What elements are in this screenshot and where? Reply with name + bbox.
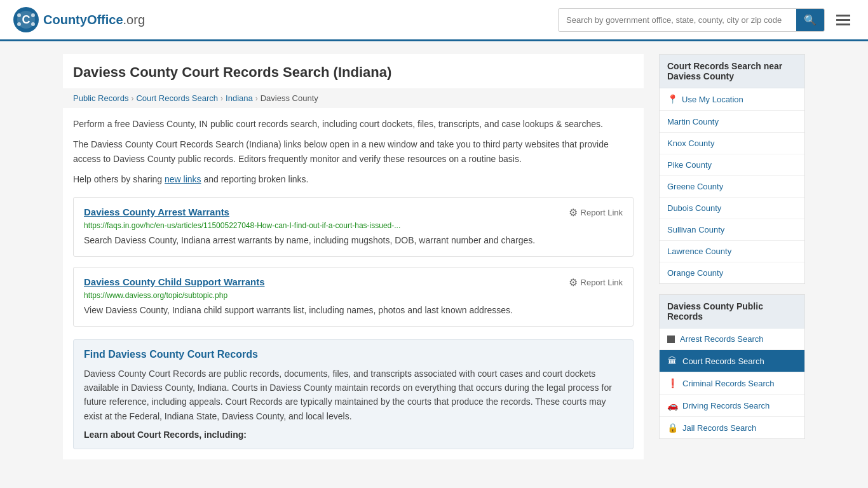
svg-point-4 xyxy=(31,13,35,17)
use-location-item[interactable]: 📍 Use My Location xyxy=(660,88,804,111)
court-records-link[interactable]: 🏛 Court Records Search xyxy=(660,350,804,372)
nearby-orange-county[interactable]: Orange County xyxy=(660,262,804,283)
search-bar: 🔍 xyxy=(558,8,825,32)
jail-records-link[interactable]: 🔒 Jail Records Search xyxy=(660,417,804,438)
intro3-prefix: Help others by sharing xyxy=(73,174,165,184)
hamburger-menu-button[interactable] xyxy=(831,12,855,28)
arrest-records-link[interactable]: Arrest Records Search xyxy=(660,329,804,349)
result-1-title[interactable]: Daviess County Arrest Warrants xyxy=(84,207,229,217)
result-card-1-header: Daviess County Arrest Warrants ⚙ Report … xyxy=(84,207,623,219)
result-card-1: Daviess County Arrest Warrants ⚙ Report … xyxy=(73,197,634,257)
svg-point-3 xyxy=(17,13,21,17)
find-section-text: Daviess County Court Records are public … xyxy=(84,367,623,424)
nearby-sullivan-county-link[interactable]: Sullivan County xyxy=(660,219,804,240)
criminal-records-label: Criminal Records Search xyxy=(682,379,775,388)
page-title: Daviess County Court Records Search (Ind… xyxy=(63,54,644,81)
nearby-pike-county[interactable]: Pike County xyxy=(660,154,804,176)
record-jail[interactable]: 🔒 Jail Records Search xyxy=(660,417,804,438)
intro3-suffix: and reporting broken links. xyxy=(201,174,309,184)
find-section-title: Find Daviess County Court Records xyxy=(84,349,623,360)
driving-records-label: Driving Records Search xyxy=(682,401,770,410)
svg-text:C: C xyxy=(22,13,31,26)
nearby-section-title: Court Records Search near Daviess County xyxy=(660,55,804,88)
nearby-greene-county-link[interactable]: Greene County xyxy=(660,176,804,197)
menu-line-1 xyxy=(836,15,850,17)
use-location-label: Use My Location xyxy=(682,95,743,104)
result-card-2-header: Daviess County Child Support Warrants ⚙ … xyxy=(84,276,623,288)
jail-records-icon: 🔒 xyxy=(667,423,677,433)
criminal-records-icon: ❗ xyxy=(667,378,677,388)
location-pin-icon: 📍 xyxy=(667,94,678,104)
result-card-2: Daviess County Child Support Warrants ⚙ … xyxy=(73,267,634,327)
find-section: Find Daviess County Court Records Davies… xyxy=(73,339,634,450)
main-wrapper: Daviess County Court Records Search (Ind… xyxy=(53,41,815,472)
record-arrest[interactable]: Arrest Records Search xyxy=(660,329,804,350)
breadcrumb-indiana[interactable]: Indiana xyxy=(226,93,253,103)
report-link-btn-1[interactable]: ⚙ Report Link xyxy=(569,207,623,219)
breadcrumb: Public Records › Court Records Search › … xyxy=(63,88,644,108)
public-records-section-title: Daviess County Public Records xyxy=(660,295,804,329)
result-2-desc: View Daviess County, Indiana child suppo… xyxy=(84,304,623,317)
logo-icon: C xyxy=(13,6,39,33)
nearby-martin-county[interactable]: Martin County xyxy=(660,111,804,133)
court-records-label: Court Records Search xyxy=(682,356,764,366)
result-1-desc: Search Daviess County, Indiana arrest wa… xyxy=(84,234,623,247)
new-links-link[interactable]: new links xyxy=(165,174,201,184)
svg-point-6 xyxy=(31,22,35,26)
learn-title: Learn about Court Records, including: xyxy=(84,430,623,440)
menu-line-2 xyxy=(836,19,850,21)
svg-point-5 xyxy=(17,22,21,26)
result-1-url[interactable]: https://faqs.in.gov/hc/en-us/articles/11… xyxy=(84,221,623,230)
nearby-knox-county[interactable]: Knox County xyxy=(660,133,804,154)
menu-line-3 xyxy=(836,24,850,25)
arrest-records-label: Arrest Records Search xyxy=(680,334,764,344)
criminal-records-link[interactable]: ❗ Criminal Records Search xyxy=(660,372,804,394)
report-icon-2: ⚙ xyxy=(569,276,578,288)
search-input[interactable] xyxy=(559,10,796,30)
public-records-list: Arrest Records Search 🏛 Court Records Se… xyxy=(660,329,804,438)
nearby-link-list: 📍 Use My Location Martin County Knox Cou… xyxy=(660,88,804,283)
report-link-label-2: Report Link xyxy=(581,278,623,287)
nearby-use-location[interactable]: 📍 Use My Location xyxy=(660,88,804,111)
report-icon-1: ⚙ xyxy=(569,207,578,219)
driving-records-link[interactable]: 🚗 Driving Records Search xyxy=(660,395,804,416)
content-area: Daviess County Court Records Search (Ind… xyxy=(63,54,644,459)
breadcrumb-current: Daviess County xyxy=(261,93,318,103)
logo-area: C CountyOffice.org xyxy=(13,6,145,33)
nearby-knox-county-link[interactable]: Knox County xyxy=(660,133,804,154)
search-button[interactable]: 🔍 xyxy=(796,9,824,31)
nearby-lawrence-county[interactable]: Lawrence County xyxy=(660,241,804,262)
nearby-orange-county-link[interactable]: Orange County xyxy=(660,262,804,283)
arrest-records-icon xyxy=(667,336,675,343)
record-driving[interactable]: 🚗 Driving Records Search xyxy=(660,395,804,417)
breadcrumb-court-records-search[interactable]: Court Records Search xyxy=(136,93,218,103)
nearby-dubois-county-link[interactable]: Dubois County xyxy=(660,198,804,219)
intro-paragraph-1: Perform a free Daviess County, IN public… xyxy=(73,117,634,131)
nearby-greene-county[interactable]: Greene County xyxy=(660,176,804,198)
intro-paragraph-2: The Daviess County Court Records Search … xyxy=(73,137,634,166)
header-right: 🔍 xyxy=(558,8,855,32)
court-records-icon: 🏛 xyxy=(667,356,677,366)
record-court[interactable]: 🏛 Court Records Search xyxy=(660,350,804,372)
breadcrumb-sep-1: › xyxy=(131,94,133,103)
driving-records-icon: 🚗 xyxy=(667,400,677,410)
nearby-lawrence-county-link[interactable]: Lawrence County xyxy=(660,241,804,262)
breadcrumb-public-records[interactable]: Public Records xyxy=(73,93,128,103)
nearby-pike-county-link[interactable]: Pike County xyxy=(660,154,804,175)
result-2-title[interactable]: Daviess County Child Support Warrants xyxy=(84,276,264,287)
report-link-btn-2[interactable]: ⚙ Report Link xyxy=(569,276,623,288)
nearby-sullivan-county[interactable]: Sullivan County xyxy=(660,219,804,241)
breadcrumb-sep-3: › xyxy=(255,94,258,103)
breadcrumb-sep-2: › xyxy=(220,94,223,103)
logo-text: CountyOffice.org xyxy=(43,13,145,27)
record-criminal[interactable]: ❗ Criminal Records Search xyxy=(660,372,804,395)
report-link-label-1: Report Link xyxy=(581,208,623,217)
jail-records-label: Jail Records Search xyxy=(682,423,756,433)
nearby-section: Court Records Search near Daviess County… xyxy=(659,54,805,284)
result-2-url[interactable]: https://www.daviess.org/topic/subtopic.p… xyxy=(84,291,623,300)
header: C CountyOffice.org 🔍 xyxy=(0,0,868,41)
sidebar: Court Records Search near Daviess County… xyxy=(659,54,805,459)
nearby-dubois-county[interactable]: Dubois County xyxy=(660,198,804,219)
intro-paragraph-3: Help others by sharing new links and rep… xyxy=(73,172,634,186)
nearby-martin-county-link[interactable]: Martin County xyxy=(660,111,804,132)
